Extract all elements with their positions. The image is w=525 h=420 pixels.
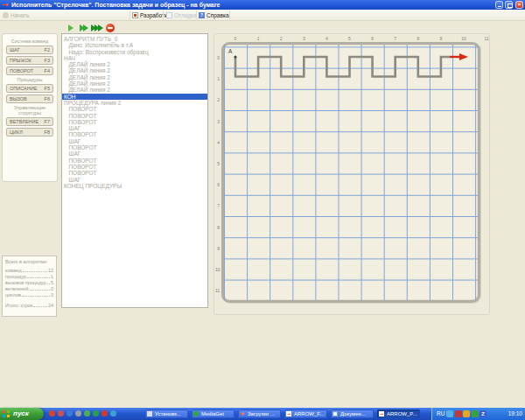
section-label: Система команд [5,38,54,44]
tab-label: Справка [206,12,229,18]
algorithm-listing[interactable]: АЛГОРИТМ ПУТЬ_0 Дано: Исполнитель в т.А … [61,33,208,308]
loop-button[interactable]: ЦИКЛF8 [6,128,53,136]
archiver-icon[interactable]: Z [480,410,486,417]
heart-icon: ♥ [240,411,245,416]
code-line[interactable]: ПОВОРОТ [62,119,207,125]
column-label: 5 [346,36,354,41]
stats-row: циклов0 [5,291,53,298]
row-label: 0 [215,55,220,60]
code-line[interactable]: КОНЕЦ ПРОЦЕДУРЫ [62,183,207,189]
debug-tab-icon [166,12,172,18]
code-line[interactable]: ПОВОРОТ [62,170,207,176]
row-label: 10 [215,267,220,272]
code-line[interactable]: ШАГ [62,125,207,131]
quicklaunch-icon-8[interactable] [110,410,116,416]
fkey-label: F5 [45,85,50,92]
tab-separator [229,10,230,19]
step-button[interactable]: ШАГF2 [6,46,53,54]
stat-label: команд [5,268,22,273]
arrow-icon: → [286,411,291,416]
taskbar-task-2[interactable]: MediaGet [192,410,234,418]
command-label: ПРЫЖОК [10,57,32,64]
taskbar-task-6[interactable]: →ARROW_P... [377,410,420,418]
code-line[interactable]: ШАГ [62,150,207,157]
taskbar-task-5[interactable]: Докумен... [331,410,374,418]
start-tab-icon [3,12,9,18]
task-label: Докумен... [340,411,366,416]
code-line[interactable]: ПРОЦЕДУРА линия 2 [62,100,207,106]
path-canvas: A [224,45,478,300]
quicklaunch-icon-4[interactable] [75,410,81,416]
code-line[interactable]: ПОВОРОТ [62,106,207,112]
code-line[interactable]: Дано: Исполнитель в т.А [62,42,207,48]
stop-button[interactable] [106,23,115,32]
code-line[interactable]: ПОВОРОТ [62,131,207,137]
close-button[interactable] [515,1,523,9]
arrow-icon: → [379,411,384,416]
taskbar-task-1[interactable]: Установк... [145,410,188,418]
tab-develop[interactable]: Разработка [132,10,171,20]
quicklaunch-icon-6[interactable] [93,410,99,416]
code-line[interactable]: ШАГ [62,177,207,183]
mediaget-icon [193,411,199,416]
start-point-dot [234,55,236,58]
fkey-label: F8 [45,129,50,136]
jump-button[interactable]: ПРЫЖОКF3 [6,56,53,65]
quicklaunch-icon-5[interactable] [84,410,90,416]
language-indicator[interactable]: RU [437,408,444,420]
security-icon[interactable] [455,410,462,417]
code-line[interactable]: ДЕЛАЙ линия 2 [62,74,207,80]
command-label: ВЫЗОВ [10,95,27,102]
procedure-call-button[interactable]: ВЫЗОВF6 [6,94,53,103]
code-line[interactable]: ПОВОРОТ [62,113,207,119]
taskbar-task-3[interactable]: ♥Загрузки ... [238,410,281,418]
code-line[interactable]: ПОВОРОТ [62,144,207,150]
play-triangle-icon [68,24,74,32]
tab-start[interactable]: Начать [3,10,29,20]
column-label: 11 [482,36,491,41]
stat-label: циклов [5,292,21,298]
tab-debug[interactable]: Отладка [166,10,197,20]
column-label: 6 [368,36,377,41]
code-line[interactable]: ШАГ [62,138,207,144]
run-button[interactable] [68,23,74,32]
code-line[interactable]: ДЕЛАЙ линия 2 [62,67,207,74]
code-line[interactable]: КОН [62,94,207,100]
code-line[interactable]: Надо: Воспроизвести образец [62,49,207,55]
field-panel: A 0123456789101101234567891011 [214,33,490,315]
system-tray: RU Z 19:10 [431,408,525,420]
quicklaunch-icon-7[interactable] [102,410,108,416]
tab-label: Начать [10,12,29,18]
code-line[interactable]: ДЕЛАЙ линия 2 [62,87,207,93]
tab-help[interactable]: ?Справка [199,10,229,20]
minimize-button[interactable] [495,1,503,9]
update-icon[interactable] [472,410,479,417]
quicklaunch-icon-3[interactable] [66,410,73,416]
turn-button[interactable]: ПОВОРОТF4 [6,66,53,75]
taskbar-task-4[interactable]: →ARROW_F... [284,410,327,418]
branch-button[interactable]: ВЕТВЛЕНИЕF7 [6,117,53,126]
start-menu-button[interactable]: пуск [0,408,44,420]
code-line[interactable]: ПОВОРОТ [62,164,207,170]
task-label: MediaGet [201,411,224,416]
section-label: Управляющие структуры [5,105,54,116]
start-point-label: A [228,48,233,54]
row-label: 11 [215,288,220,293]
code-line[interactable]: ПОВОРОТ [62,158,207,164]
volume-icon[interactable] [446,410,453,417]
shield-icon[interactable] [463,410,470,417]
code-line[interactable]: АЛГОРИТМ ПУТЬ_0 [62,36,207,42]
stat-value: 5 [51,280,53,285]
application-window: Исполнитель "Стрелочка". Постановка зада… [0,0,525,420]
run-fast-button[interactable] [80,23,88,32]
stat-value: 1 [51,274,53,279]
doc-icon [332,411,338,416]
restore-button[interactable] [505,1,513,9]
stat-label: ветвлений [5,286,29,291]
dotted-leader [27,277,50,278]
quicklaunch-icon-2[interactable] [58,410,64,416]
quicklaunch-icon-1[interactable] [49,410,55,416]
procedure-define-button[interactable]: ОПИСАНИЕF5 [6,84,53,93]
run-all-button[interactable] [91,23,103,32]
row-label: 3 [215,119,220,124]
